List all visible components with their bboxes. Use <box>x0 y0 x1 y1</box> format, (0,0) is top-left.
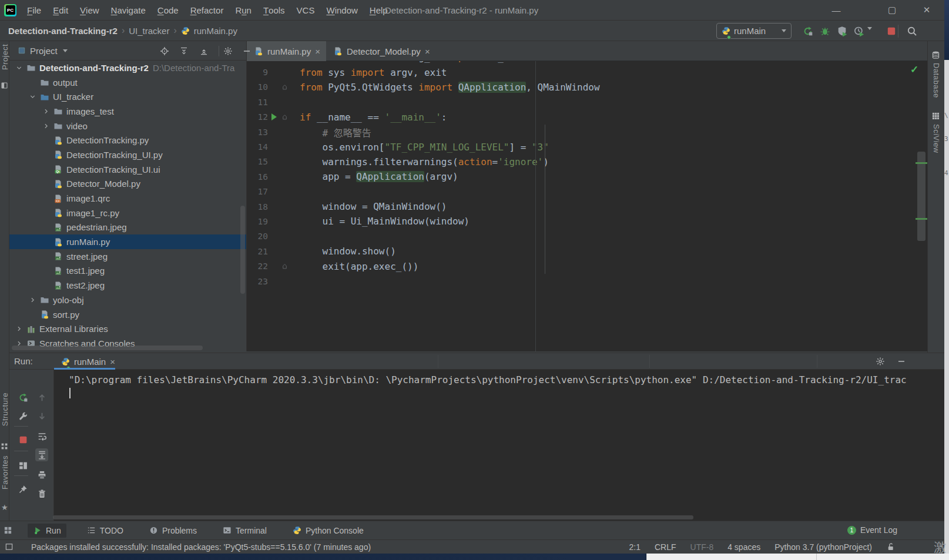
database-stripe-icon[interactable] <box>931 51 940 61</box>
tree-row-detector-model-py[interactable]: Detector_Model.py <box>9 177 246 192</box>
toolwindow-button-terminal[interactable]: Terminal <box>217 524 272 538</box>
stripe-label-favorites[interactable]: Favorites <box>1 455 9 489</box>
close-icon[interactable]: × <box>425 46 430 56</box>
run-configuration-combo[interactable]: runMain <box>716 23 792 39</box>
structure-stripe-icon[interactable] <box>1 442 8 452</box>
profiler-dropdown-button[interactable] <box>867 30 872 40</box>
project-stripe-icon[interactable] <box>1 81 8 91</box>
hide-panel-icon[interactable] <box>895 355 908 368</box>
menu-item-edit[interactable]: Edit <box>47 0 74 20</box>
favorites-star-icon[interactable]: ★ <box>1 503 8 512</box>
stop-button[interactable] <box>884 24 898 38</box>
tree-row-detectiontracking-ui-ui[interactable]: QtDetectionTracking_UI.ui <box>9 162 246 177</box>
toolwindow-button-todo[interactable]: TODO <box>82 524 129 538</box>
chevron-down-icon[interactable] <box>14 63 24 72</box>
menu-item-run[interactable]: Run <box>229 0 257 20</box>
menu-item-refactor[interactable]: Refactor <box>185 0 230 20</box>
tree-row-detectiontracking-py[interactable]: DetectionTracking.py <box>9 133 246 147</box>
chevron-right-icon[interactable] <box>41 106 51 116</box>
print-button[interactable] <box>35 468 48 481</box>
tree-row-runmain-py[interactable]: runMain.py <box>9 234 246 249</box>
fold-marker[interactable] <box>280 114 289 120</box>
run-console-tab[interactable]: runMain × <box>54 353 122 370</box>
tree-row-ui-tracker[interactable]: UI_tracker <box>9 89 246 104</box>
project-panel-header[interactable]: Project <box>9 41 246 61</box>
toolwindow-button-problems[interactable]: Problems <box>144 524 202 538</box>
settings-gear-icon[interactable] <box>874 355 887 368</box>
tree-row-pedestrian-jpeg[interactable]: pedestrian.jpeg <box>9 220 246 235</box>
menu-item-view[interactable]: View <box>74 0 105 20</box>
maximize-button[interactable]: ▢ <box>878 0 906 20</box>
chevron-right-icon[interactable] <box>28 295 37 304</box>
editor-tab-detector-model-py[interactable]: Detector_Model.py× <box>326 41 436 61</box>
tree-row-test2-jpeg[interactable]: test2.jpeg <box>9 278 246 293</box>
run-arrow-icon[interactable] <box>271 113 277 120</box>
settings-wrench-button[interactable] <box>16 410 29 422</box>
breadcrumb-item[interactable]: UI_tracker <box>129 26 169 36</box>
breadcrumb-item[interactable]: Detection-and-Tracking-r2 <box>8 26 118 36</box>
profiler-button[interactable] <box>852 24 866 38</box>
tree-row-image1-rc-py[interactable]: image1_rc.py <box>9 206 246 220</box>
fold-marker[interactable] <box>280 84 289 90</box>
tree-row-detection-and-tracking-r2[interactable]: Detection-and-Tracking-r2 D:\Detection-a… <box>9 61 246 75</box>
pin-button[interactable] <box>16 482 29 495</box>
sciview-stripe-icon[interactable] <box>931 112 940 122</box>
run-with-coverage-button[interactable] <box>835 24 849 38</box>
up-arrow-button[interactable] <box>35 391 48 404</box>
menu-item-code[interactable]: Code <box>152 0 185 20</box>
status-interpreter[interactable]: Python 3.7 (pythonProject) <box>774 542 872 552</box>
menu-item-window[interactable]: Window <box>320 0 363 20</box>
menu-item-tools[interactable]: Tools <box>257 0 291 20</box>
tree-row-external-libraries[interactable]: External Libraries <box>9 321 246 336</box>
lock-open-icon[interactable] <box>886 542 895 551</box>
editor-tab-runmain-py[interactable]: runMain.py× <box>247 41 326 61</box>
tree-row-test1-jpeg[interactable]: test1.jpeg <box>9 264 246 279</box>
project-hide-panel-button[interactable] <box>240 45 253 58</box>
toolwindow-button-run[interactable]: Run <box>28 524 66 538</box>
scroll-to-end-button[interactable] <box>35 448 48 461</box>
tree-row-video[interactable]: video <box>9 119 246 133</box>
stripe-label-structure[interactable]: Structure <box>1 393 9 426</box>
tree-row-images-test[interactable]: images_test <box>9 104 246 119</box>
project-expand-all-button[interactable] <box>177 45 190 58</box>
console-horizontal-scrollbar[interactable] <box>53 515 693 519</box>
down-arrow-button[interactable] <box>35 410 48 422</box>
chevron-right-icon[interactable] <box>14 324 24 334</box>
close-icon[interactable]: × <box>315 46 320 56</box>
run-line-button[interactable] <box>268 113 280 120</box>
code-viewport[interactable]: 8from DetectionTracking_UI import Ui_Mai… <box>247 61 927 351</box>
project-vertical-scrollbar[interactable] <box>240 206 245 294</box>
breadcrumb-item[interactable]: runMain.py <box>194 26 237 36</box>
chevron-right-icon[interactable] <box>41 121 51 130</box>
project-collapse-all-button[interactable] <box>197 45 210 58</box>
clear-all-button[interactable] <box>35 487 48 500</box>
stop-button[interactable] <box>16 433 29 446</box>
tool-windows-grid-icon[interactable] <box>4 526 12 535</box>
minimize-button[interactable]: — <box>823 0 850 20</box>
inspections-ok-icon[interactable]: ✓ <box>910 63 918 76</box>
rerun-button[interactable] <box>16 391 29 404</box>
search-everywhere-button[interactable] <box>905 24 919 38</box>
status-line-separator[interactable]: CRLF <box>655 542 676 552</box>
tree-row-output[interactable]: output <box>9 75 246 90</box>
run-console[interactable]: "D:\program files\JetBrains\PyCharm 2020… <box>55 370 944 516</box>
tree-row-yolo-obj[interactable]: yolo-obj <box>9 293 246 307</box>
status-caret-position[interactable]: 2:1 <box>629 542 640 552</box>
close-icon[interactable]: × <box>110 357 115 367</box>
tree-row-image1-qrc[interactable]: <>image1.qrc <box>9 191 246 206</box>
status-message[interactable]: Packages installed successfully: Install… <box>31 542 371 552</box>
status-indent-size[interactable]: 4 spaces <box>727 542 760 552</box>
menu-item-navigate[interactable]: Navigate <box>105 0 152 20</box>
fold-marker[interactable] <box>280 263 289 270</box>
restore-layout-button[interactable] <box>16 459 29 472</box>
project-horizontal-scrollbar[interactable] <box>12 346 203 350</box>
debug-bug-button[interactable] <box>818 24 832 38</box>
project-locate-button[interactable] <box>158 45 171 58</box>
menu-item-file[interactable]: File <box>21 0 47 20</box>
rerun-button[interactable] <box>801 24 815 38</box>
stripe-label-project[interactable]: Project <box>1 44 9 70</box>
tree-row-street-jpeg[interactable]: street.jpeg <box>9 249 246 264</box>
event-log-button[interactable]: 1 Event Log <box>847 521 897 539</box>
soft-wrap-button[interactable] <box>35 430 48 442</box>
tree-row-detectiontracking-ui-py[interactable]: DetectionTracking_UI.py <box>9 147 246 162</box>
